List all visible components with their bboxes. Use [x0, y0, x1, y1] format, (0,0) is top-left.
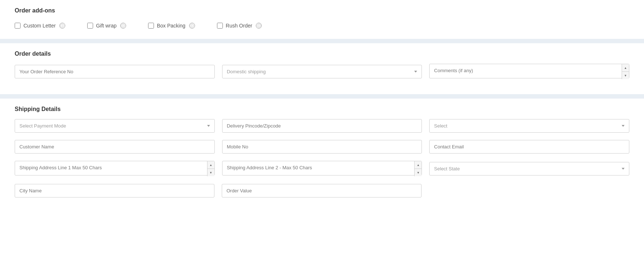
addon-gift-wrap[interactable]: Gift wrap ⓘ	[87, 23, 126, 29]
gift-wrap-info-icon[interactable]: ⓘ	[120, 23, 126, 29]
payment-mode-field: Select Payment Mode Prepaid COD Credit C…	[15, 119, 215, 133]
reference-input[interactable]	[15, 65, 215, 78]
pincode-field	[222, 119, 422, 133]
comments-spinner-up[interactable]: ▲	[622, 64, 629, 72]
section-divider-1	[0, 39, 644, 43]
order-details-title: Order details	[15, 51, 629, 57]
custom-letter-label: Custom Letter	[23, 23, 56, 29]
order-addons-section: Order add-ons Custom Letter ⓘ Gift wrap …	[0, 0, 644, 39]
order-value-field	[222, 184, 422, 197]
address1-spinner: ▲ ▼	[207, 161, 214, 176]
city-input[interactable]	[15, 184, 214, 197]
address2-field: ▲ ▼	[222, 161, 422, 177]
rush-order-label: Rush Order	[226, 23, 252, 29]
order-details-row: Domestic shipping International shipping…	[15, 64, 629, 80]
customer-name-field	[15, 140, 215, 154]
addon-custom-letter[interactable]: Custom Letter ⓘ	[15, 23, 65, 29]
shipping-row-4	[15, 184, 629, 197]
addon-rush-order[interactable]: Rush Order ⓘ	[217, 23, 262, 29]
shipping-details-title: Shipping Details	[15, 106, 629, 112]
comments-spinner: ▲ ▼	[622, 64, 629, 79]
shipping-type-select[interactable]: Domestic shipping International shipping	[222, 65, 422, 78]
payment-mode-select[interactable]: Select Payment Mode Prepaid COD Credit C…	[15, 119, 215, 133]
rush-order-info-icon[interactable]: ⓘ	[256, 23, 262, 29]
shipping-row-2	[15, 140, 629, 154]
address2-textarea[interactable]	[222, 161, 422, 176]
address1-field: ▲ ▼	[15, 161, 215, 177]
comments-field: ▲ ▼	[429, 64, 629, 80]
address2-spinner-down[interactable]: ▼	[415, 169, 422, 176]
state-select[interactable]: Select State Andhra Pradesh Maharashtra …	[429, 162, 629, 176]
box-packing-checkbox[interactable]	[148, 23, 154, 29]
address2-spinner-up[interactable]: ▲	[415, 161, 422, 169]
address2-spinner: ▲ ▼	[414, 161, 422, 176]
mobile-input[interactable]	[222, 140, 422, 154]
address1-spinner-down[interactable]: ▼	[207, 169, 214, 176]
gift-wrap-checkbox[interactable]	[87, 23, 93, 29]
reference-field	[15, 65, 215, 78]
email-input[interactable]	[429, 140, 629, 154]
shipping-details-section: Shipping Details Select Payment Mode Pre…	[0, 99, 644, 212]
custom-letter-info-icon[interactable]: ⓘ	[59, 23, 65, 29]
email-field	[429, 140, 629, 154]
empty-field	[429, 184, 629, 197]
city-field	[15, 184, 214, 197]
generic-select[interactable]: Select Option 1 Option 2	[429, 119, 629, 133]
order-details-section: Order details Domestic shipping Internat…	[0, 43, 644, 94]
box-packing-info-icon[interactable]: ⓘ	[189, 23, 195, 29]
comments-spinner-down[interactable]: ▼	[622, 72, 629, 79]
shipping-row-1: Select Payment Mode Prepaid COD Credit C…	[15, 119, 629, 133]
addon-box-packing[interactable]: Box Packing ⓘ	[148, 23, 195, 29]
section-divider-2	[0, 94, 644, 99]
mobile-field	[222, 140, 422, 154]
box-packing-label: Box Packing	[157, 23, 185, 29]
rush-order-checkbox[interactable]	[217, 23, 223, 29]
order-addons-title: Order add-ons	[15, 7, 629, 14]
pincode-input[interactable]	[222, 119, 422, 133]
custom-letter-checkbox[interactable]	[15, 23, 21, 29]
address1-spinner-up[interactable]: ▲	[207, 161, 214, 169]
comments-textarea[interactable]	[429, 64, 629, 78]
shipping-row-3: ▲ ▼ ▲ ▼ Select State Andhra Pradesh Maha…	[15, 161, 629, 177]
order-value-input[interactable]	[222, 184, 422, 197]
gift-wrap-label: Gift wrap	[96, 23, 117, 29]
addons-row: Custom Letter ⓘ Gift wrap ⓘ Box Packing …	[15, 21, 629, 32]
customer-name-input[interactable]	[15, 140, 215, 154]
address1-textarea[interactable]	[15, 161, 215, 176]
shipping-type-field: Domestic shipping International shipping	[222, 65, 422, 78]
state-field: Select State Andhra Pradesh Maharashtra …	[429, 162, 629, 176]
select-field: Select Option 1 Option 2	[429, 119, 629, 133]
